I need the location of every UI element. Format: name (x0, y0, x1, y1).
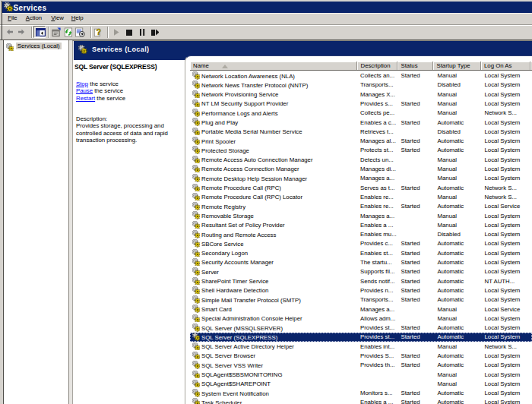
svg-text:?: ? (97, 28, 101, 36)
